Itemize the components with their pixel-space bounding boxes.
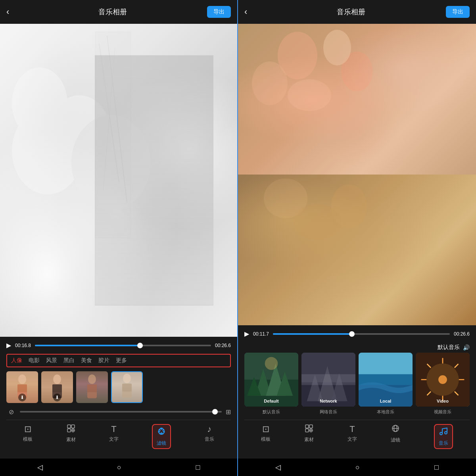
material-icon	[67, 424, 75, 435]
filter-tab-more[interactable]: 更多	[116, 357, 127, 364]
left-time-end: 00:26.6	[215, 343, 231, 348]
right-text-label: 文字	[347, 436, 357, 443]
left-mute-icon[interactable]: ⊘	[6, 407, 16, 416]
right-nav-text[interactable]: T 文字	[347, 424, 357, 449]
recents-button[interactable]: □	[196, 463, 200, 472]
svg-point-30	[288, 79, 331, 111]
right-progress-bar[interactable]	[273, 333, 450, 335]
local-thumb-label: Local	[380, 399, 392, 403]
filter-tab-food[interactable]: 美食	[81, 357, 92, 364]
svg-point-27	[341, 52, 373, 91]
left-progress-fill	[35, 345, 140, 346]
music-card-network[interactable]: Network 网络音乐	[301, 353, 355, 415]
left-progress-thumb[interactable]	[137, 343, 143, 348]
svg-rect-13	[52, 384, 62, 392]
right-panel: ‹ 音乐相册 导出	[238, 0, 476, 476]
right-preview-image	[238, 24, 476, 325]
filter-icon	[157, 426, 166, 438]
right-nav-music[interactable]: 音乐	[434, 424, 453, 449]
svg-point-31	[264, 178, 307, 218]
filter-tab-bw[interactable]: 黑白	[63, 357, 75, 364]
right-progress-thumb[interactable]	[349, 331, 355, 337]
left-nav-text[interactable]: T 文字	[109, 424, 119, 449]
left-timeline: ▶ 00:16.8 00:26.6	[6, 342, 231, 349]
svg-point-33	[294, 204, 341, 240]
music-section-label: 默认音乐 🔊	[244, 342, 470, 353]
filter-tab-landscape[interactable]: 风景	[46, 357, 57, 364]
left-progress-bar[interactable]	[35, 345, 211, 346]
left-back-button[interactable]: ‹	[6, 7, 18, 17]
music-card-default[interactable]: Default 默认音乐	[244, 353, 298, 415]
right-music-icon	[439, 426, 448, 438]
right-music-label: 音乐	[439, 440, 448, 447]
right-nav-template[interactable]: ⊡ 模板	[261, 424, 271, 449]
home-button[interactable]: ○	[117, 463, 121, 472]
filter-thumb-1[interactable]: ⬇	[6, 371, 38, 403]
svg-rect-62	[309, 425, 313, 428]
left-nav-music[interactable]: ♪ 音乐	[205, 424, 214, 449]
music-card-video[interactable]: Video 视频音乐	[416, 353, 470, 415]
right-back-gesture-button[interactable]: ◁	[275, 463, 281, 472]
left-header: ‹ 音乐相册 导出	[0, 0, 237, 24]
right-template-label: 模板	[261, 436, 271, 443]
right-timeline: ▶ 00:11.7 00:26.6	[244, 330, 470, 338]
left-play-button[interactable]: ▶	[6, 342, 11, 349]
music-grid: Default 默认音乐 Network	[244, 353, 470, 415]
left-nav-material[interactable]: 素材	[66, 424, 76, 449]
left-panel: ‹ 音乐相册 导出 ▶ 00:16.8	[0, 0, 238, 476]
right-play-button[interactable]: ▶	[244, 330, 249, 338]
right-system-nav: ◁ ○ □	[238, 459, 476, 476]
video-thumb-label: Video	[437, 399, 449, 403]
left-preview-image	[0, 24, 237, 337]
svg-point-40	[265, 357, 278, 370]
filter-tab-film[interactable]: 胶片	[98, 357, 109, 364]
right-time-end: 00:26.6	[454, 331, 470, 337]
right-back-button[interactable]: ‹	[244, 7, 256, 17]
right-nav-filter[interactable]: 滤镜	[391, 424, 400, 449]
left-bottom-nav: ⊡ 模板 素材 T 文字	[6, 420, 231, 455]
default-thumb: Default	[244, 353, 298, 407]
left-scrubber-bar[interactable]	[20, 411, 222, 413]
right-home-button[interactable]: ○	[355, 463, 360, 472]
filter-download-1[interactable]: ⬇	[18, 393, 26, 401]
preview-bottom-section	[238, 175, 476, 325]
svg-point-11	[53, 374, 61, 384]
right-bottom-nav: ⊡ 模板 素材 T 文字	[244, 420, 470, 455]
filter-label: 滤镜	[157, 440, 166, 447]
right-text-icon: T	[349, 424, 355, 434]
svg-point-3	[71, 115, 151, 210]
filter-download-2[interactable]: ⬇	[53, 393, 61, 401]
left-expand-icon[interactable]: ⊞	[226, 408, 231, 416]
filter-thumb-3[interactable]	[76, 371, 108, 403]
left-nav-filter[interactable]: 滤镜	[152, 424, 171, 449]
svg-rect-63	[305, 429, 309, 432]
filter-tab-portrait[interactable]: 人像	[11, 357, 22, 364]
svg-point-2	[12, 67, 67, 139]
right-material-icon	[305, 424, 313, 435]
default-music-text: 默认音乐	[438, 344, 460, 351]
music-card-local[interactable]: Local 本地音乐	[359, 353, 413, 415]
svg-point-26	[278, 32, 317, 79]
text-label: 文字	[109, 436, 119, 443]
preview-top-section	[238, 24, 476, 175]
filter-thumb-2[interactable]: ⬇	[41, 371, 73, 403]
svg-rect-20	[67, 425, 71, 428]
left-export-button[interactable]: 导出	[207, 6, 231, 18]
right-filter-label: 滤镜	[391, 437, 400, 443]
left-nav-template[interactable]: ⊡ 模板	[23, 424, 33, 449]
filter-thumb-4[interactable]	[111, 371, 143, 403]
left-scrubber-thumb[interactable]	[212, 409, 218, 415]
svg-point-8	[18, 374, 26, 384]
svg-point-60	[438, 375, 447, 384]
right-recents-button[interactable]: □	[434, 463, 439, 472]
right-export-button[interactable]: 导出	[446, 6, 470, 18]
svg-point-70	[440, 432, 442, 435]
right-nav-material[interactable]: 素材	[304, 424, 314, 449]
svg-line-5	[107, 36, 127, 202]
back-gesture-button[interactable]: ◁	[37, 463, 43, 472]
default-label-cn: 默认音乐	[263, 409, 280, 415]
filter-tab-cinema[interactable]: 电影	[29, 357, 40, 364]
music-icon: ♪	[207, 424, 211, 434]
volume-icon[interactable]: 🔊	[463, 344, 470, 351]
material-label: 素材	[66, 436, 76, 443]
